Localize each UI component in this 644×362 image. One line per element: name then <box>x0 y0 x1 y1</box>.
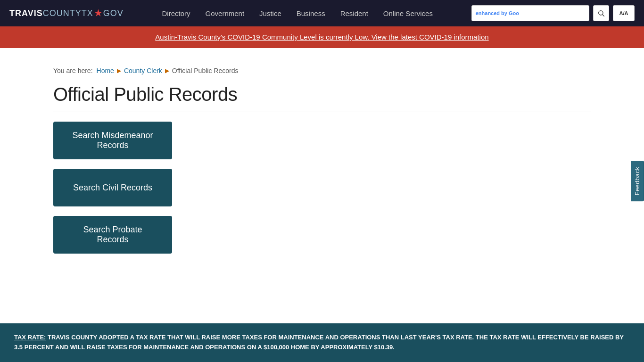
search-button[interactable] <box>593 5 609 21</box>
breadcrumb-county-clerk[interactable]: County Clerk <box>124 67 162 74</box>
nav-item-directory: Directory <box>155 0 198 26</box>
you-are-here-label: You are here: <box>53 67 93 74</box>
nav-link-online-services[interactable]: Online Services <box>376 0 440 26</box>
nav-link-business[interactable]: Business <box>289 0 333 26</box>
search-misdemeanor-button[interactable]: Search Misdemeanor Records <box>53 122 172 159</box>
nav-link-justice[interactable]: Justice <box>252 0 289 26</box>
breadcrumb-separator-2: ▶ <box>165 67 169 74</box>
nav-links: Directory Government Justice Business Re… <box>155 0 440 26</box>
brand-star: ★ <box>94 8 102 18</box>
search-civil-button[interactable]: Search Civil Records <box>53 169 172 206</box>
search-icon <box>597 9 605 17</box>
translate-button[interactable]: A/A <box>613 5 635 21</box>
covid-banner: Austin-Travis County's COVID-19 Communit… <box>0 26 644 48</box>
google-label: enhanced by Goo <box>476 10 519 16</box>
main-content: You are here: Home ▶ County Clerk ▶ Offi… <box>39 48 605 282</box>
brand-county: COUNTY <box>43 8 82 18</box>
nav-item-government: Government <box>198 0 252 26</box>
nav-item-resident: Resident <box>333 0 376 26</box>
breadcrumb-current: Official Public Records <box>172 67 239 74</box>
breadcrumb-separator-1: ▶ <box>117 67 121 74</box>
search-box[interactable]: enhanced by Goo <box>471 5 589 21</box>
nav-link-government[interactable]: Government <box>198 0 252 26</box>
nav-item-justice: Justice <box>252 0 289 26</box>
brand-tx: TX <box>82 8 93 18</box>
search-probate-button[interactable]: Search Probate Records <box>53 216 172 254</box>
navbar: TRAVISCOUNTYTX★GOV Directory Government … <box>0 0 644 26</box>
svg-line-1 <box>603 15 604 16</box>
covid-link[interactable]: Austin-Travis County's COVID-19 Communit… <box>155 33 488 41</box>
feedback-label: Feedback <box>631 160 644 201</box>
nav-item-online-services: Online Services <box>376 0 440 26</box>
nav-link-directory[interactable]: Directory <box>155 0 198 26</box>
record-buttons: Search Misdemeanor Records Search Civil … <box>53 122 591 254</box>
footer-banner: TAX RATE: TRAVIS COUNTY ADOPTED A TAX RA… <box>0 323 644 362</box>
search-input[interactable] <box>519 10 585 17</box>
breadcrumb: You are here: Home ▶ County Clerk ▶ Offi… <box>53 67 591 74</box>
breadcrumb-home[interactable]: Home <box>97 67 114 74</box>
nav-item-business: Business <box>289 0 333 26</box>
footer-text: TRAVIS COUNTY ADOPTED A TAX RATE THAT WI… <box>14 334 624 351</box>
svg-point-0 <box>599 11 603 15</box>
brand-travis: TRAVIS <box>9 8 43 18</box>
brand-gov: GOV <box>103 8 124 18</box>
nav-link-resident[interactable]: Resident <box>333 0 376 26</box>
page-title: Official Public Records <box>53 84 591 112</box>
tax-rate-label: TAX RATE: <box>14 334 46 341</box>
search-area: enhanced by Goo A/A <box>471 5 635 21</box>
site-brand[interactable]: TRAVISCOUNTYTX★GOV <box>9 8 124 18</box>
feedback-tab[interactable]: Feedback <box>631 160 644 201</box>
